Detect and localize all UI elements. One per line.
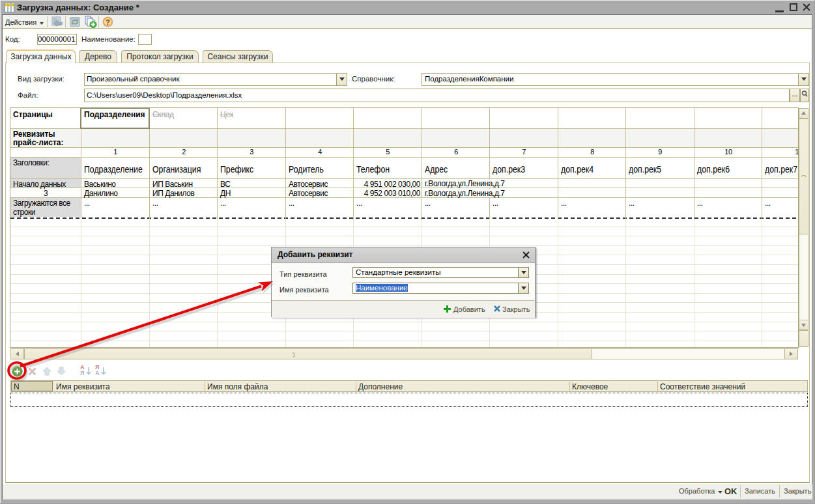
svg-text:?: ? bbox=[106, 18, 110, 26]
